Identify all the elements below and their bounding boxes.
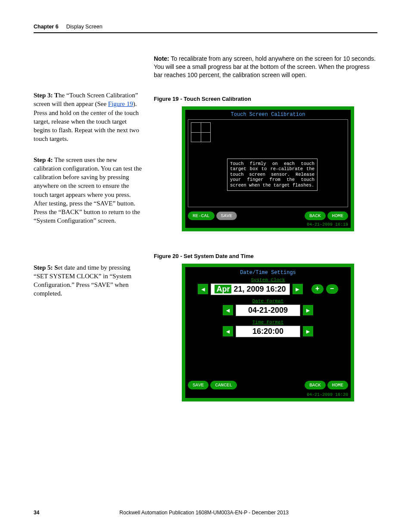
screen-title: Touch Screen Calibration xyxy=(185,110,351,118)
system-clock-label: System Clock xyxy=(185,277,351,283)
time-format-label: Time Format xyxy=(185,320,351,325)
save-button[interactable]: SAVE xyxy=(216,212,237,220)
time-format-value: 16:20:00 xyxy=(236,326,300,337)
cancel-button[interactable]: CANCEL xyxy=(210,381,237,389)
date-format-value: 04-21-2009 xyxy=(236,305,300,316)
header-rule xyxy=(34,32,377,33)
figure-19-link[interactable]: Figure 19 xyxy=(108,100,133,107)
touch-target-icon xyxy=(191,122,211,142)
time-prev-button[interactable]: ◀ xyxy=(223,326,233,336)
figure-19-caption: Figure 19 - Touch Screen Calibration xyxy=(154,96,377,102)
date-prev-button[interactable]: ◀ xyxy=(223,305,233,315)
section-title: Display Screen xyxy=(66,24,103,30)
plus-button[interactable]: + xyxy=(311,284,324,294)
figure-20-caption: Figure 20 - Set System Date and Time xyxy=(154,253,377,259)
clock-next-button[interactable]: ▶ xyxy=(293,284,303,294)
date-format-label: Date Format xyxy=(185,299,351,304)
home-button[interactable]: HOME xyxy=(327,381,348,389)
time-next-button[interactable]: ▶ xyxy=(303,326,313,336)
figure-19-screen: Touch Screen Calibration Touch firmly on… xyxy=(182,106,354,231)
recal-button[interactable]: RE-CAL xyxy=(188,212,215,220)
calibration-message: Touch firmly on each touch target box to… xyxy=(227,159,318,191)
back-button[interactable]: BACK xyxy=(305,381,325,389)
publication-info: Rockwell Automation Publication 1608M-UM… xyxy=(39,510,369,516)
note-paragraph: Note: To recalibrate from any screen, ho… xyxy=(154,55,377,79)
home-button[interactable]: HOME xyxy=(327,212,348,220)
date-next-button[interactable]: ▶ xyxy=(303,305,313,315)
figure-20-screen: Date/Time Settings System Clock ◀ Apr 21… xyxy=(182,264,354,401)
step-5: Step 5: Set date and time by pressing “S… xyxy=(34,263,143,298)
save-button[interactable]: SAVE xyxy=(188,381,209,389)
chapter-label: Chapter 6 xyxy=(34,24,59,30)
clock-prev-button[interactable]: ◀ xyxy=(198,284,208,294)
back-button[interactable]: BACK xyxy=(305,212,325,220)
minus-button[interactable]: − xyxy=(326,284,338,294)
screen-timestamp: 04-21-2009 16:19 xyxy=(307,222,348,227)
clock-value: Apr 21, 2009 16:20 xyxy=(211,283,290,295)
page-number: 34 xyxy=(34,510,39,516)
step-3: Step 3: The “Touch Screen Calibration” s… xyxy=(34,91,143,143)
screen-title: Date/Time Settings xyxy=(185,267,351,277)
screen-timestamp: 04-21-2009 16:20 xyxy=(307,392,348,397)
step-4: Step 4: The screen uses the new calibrat… xyxy=(34,156,143,225)
